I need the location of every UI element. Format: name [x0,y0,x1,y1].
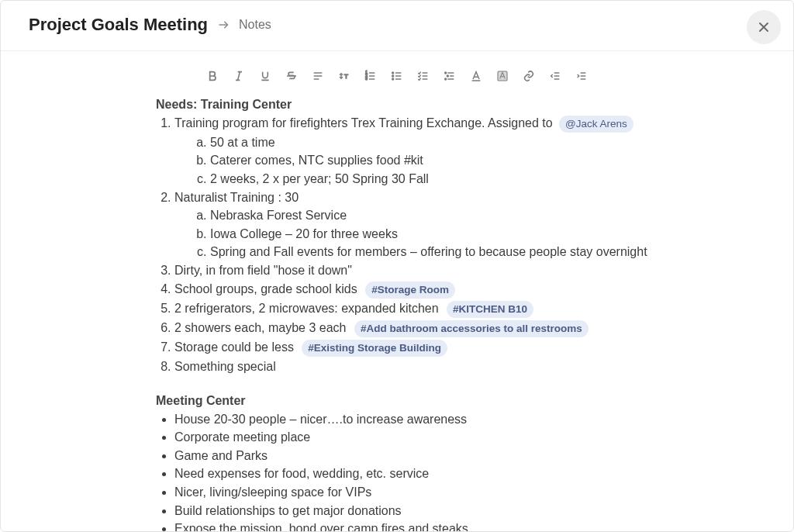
list-item-text: Spring and Fall events for members – off… [210,245,647,258]
list-item-text: Nicer, living/sleeping space for VIPs [174,485,371,499]
svg-point-21 [392,72,394,74]
svg-text:T: T [344,73,348,80]
list-item: Naturalist Training : 30 Nebraska Forest… [174,189,765,261]
close-button[interactable] [747,10,781,44]
list-item-text: Need expenses for food, wedding, etc. se… [174,467,429,480]
line-height-icon[interactable]: T [337,68,352,84]
ordered-list-icon[interactable]: 123 [363,68,378,84]
strikethrough-icon[interactable] [284,68,299,84]
list-item: 50 at a time [210,134,765,151]
list-item: Build relationships to get major donatio… [174,503,765,520]
list-item-text: Something special [174,360,276,373]
breadcrumb[interactable]: Notes [239,18,271,32]
list-item: Storage could be less #Existing Storage … [174,339,765,357]
svg-text:3: 3 [365,77,368,81]
svg-point-30 [445,72,447,74]
list-item: Spring and Fall events for members – off… [210,244,765,261]
arrow-right-icon [217,18,231,32]
list-item: Training program for firefighters Trex T… [174,115,765,188]
section-heading: Needs: Training Center [156,96,765,113]
list-item: Nicer, living/sleeping space for VIPs [174,484,765,501]
list-item-text: Corporate meeting place [174,430,310,444]
svg-point-32 [445,78,447,80]
list-item-text: 50 at a time [210,136,275,149]
list-item-text: Build relationships to get major donatio… [174,504,402,517]
list-item-text: School groups, grade school kids [174,282,357,295]
underline-icon[interactable] [257,68,273,84]
list-item-text: Nebraska Forest Service [210,209,347,222]
list-item-text: Dirty, in from field "hose it down" [174,264,352,277]
tag-chip[interactable]: #Existing Storage Building [302,340,447,357]
unordered-list-icon[interactable] [389,68,405,84]
outdent-icon[interactable] [547,68,563,84]
header: Project Goals Meeting Notes [1,1,793,51]
text-color-icon[interactable] [468,68,484,84]
list-item: Need expenses for food, wedding, etc. se… [174,465,765,482]
list-item-text: House 20-30 people – nicer….to increase … [174,413,467,426]
app-frame: Project Goals Meeting Notes T 123 Needs:… [0,0,794,532]
list-item: House 20-30 people – nicer….to increase … [174,411,765,428]
list-item-text: Training program for firefighters Trex T… [174,116,553,130]
page-title: Project Goals Meeting [29,15,208,35]
list-item-text: Iowa College – 20 for three weeks [210,227,398,240]
sub-list: Nebraska Forest Service Iowa College – 2… [210,207,765,261]
svg-point-23 [392,78,394,80]
document-body[interactable]: Needs: Training Center Training program … [1,96,793,532]
list-item: Expose the mission, bond over camp fires… [174,520,765,532]
list-item-text: 2 refrigerators, 2 microwaves: expanded … [174,302,439,315]
list-item: Game and Parks [174,447,765,465]
sub-list: 50 at a time Caterer comes, NTC supplies… [210,134,765,188]
bold-icon[interactable] [205,68,220,84]
svg-line-5 [238,72,240,81]
italic-icon[interactable] [231,68,247,84]
list-item: 2 refrigerators, 2 microwaves: expanded … [174,300,765,318]
list-item: Nebraska Forest Service [210,207,765,224]
svg-point-31 [447,75,448,77]
list-item-text: 2 weeks, 2 x per year; 50 Spring 30 Fall [210,172,429,185]
mention-chip[interactable]: @Jack Arens [559,116,633,133]
section-heading: Meeting Center [156,392,765,409]
list-item: 2 weeks, 2 x per year; 50 Spring 30 Fall [210,171,765,188]
list-item: School groups, grade school kids #Storag… [174,281,765,299]
ordered-list: Training program for firefighters Trex T… [174,115,765,375]
list-item: Caterer comes, NTC supplies food #kit [210,152,765,169]
bullet-list: House 20-30 people – nicer….to increase … [174,411,765,532]
list-item: 2 showers each, maybe 3 each #Add bathro… [174,320,765,337]
text-highlight-icon[interactable] [495,68,510,84]
svg-point-22 [392,75,394,77]
list-item-text: Game and Parks [174,449,268,462]
tag-chip[interactable]: #Add bathroom accessories to all restroo… [354,320,589,337]
link-icon[interactable] [521,68,537,84]
list-item-text: 2 showers each, maybe 3 each [174,321,346,334]
list-item-text: Expose the mission, bond over camp fires… [174,522,468,532]
paragraph-align-icon[interactable] [310,68,326,84]
list-item: Dirty, in from field "hose it down" [174,262,765,279]
list-item: Corporate meeting place [174,429,765,446]
list-item: Something special [174,358,765,375]
editor-toolbar: T 123 [1,51,793,93]
list-item-text: Caterer comes, NTC supplies food #kit [210,154,423,167]
tag-chip[interactable]: #KITCHEN B10 [447,301,533,318]
list-item-text: Storage could be less [174,340,294,354]
list-item-text: Naturalist Training : 30 [174,191,299,204]
indent-icon[interactable] [574,68,589,84]
tag-chip[interactable]: #Storage Room [365,282,455,299]
list-item: Iowa College – 20 for three weeks [210,226,765,243]
checklist-icon[interactable] [416,68,431,84]
indent-list-icon[interactable] [442,68,457,84]
